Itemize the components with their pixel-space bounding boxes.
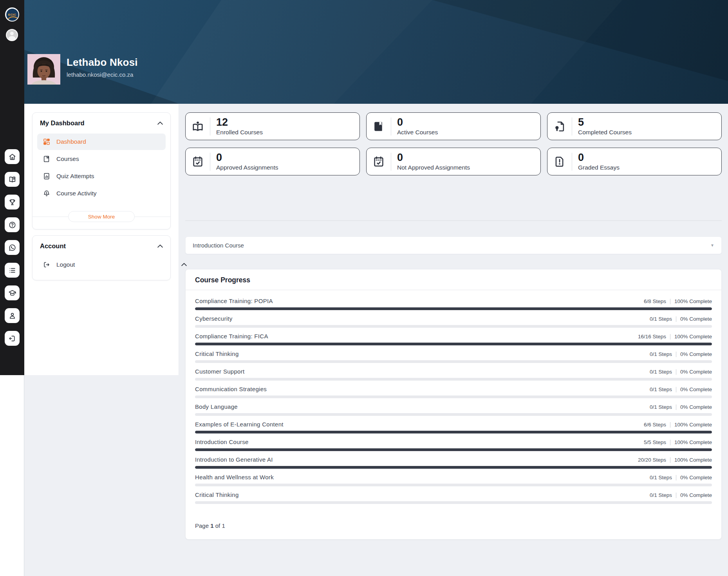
course-complete: 100% Complete bbox=[674, 457, 712, 463]
course-name[interactable]: Critical Thinking bbox=[195, 491, 239, 498]
stat-completed-courses[interactable]: 5 Completed Courses bbox=[547, 112, 722, 140]
sidebar-item-dashboard[interactable]: Dashboard bbox=[37, 134, 166, 150]
bell-alert-icon bbox=[43, 190, 51, 197]
stat-approved-assignments[interactable]: 0 Approved Assignments bbox=[185, 148, 360, 175]
stat-value: 5 bbox=[578, 117, 632, 128]
course-select-dropdown[interactable]: Introduction Course ▼ bbox=[185, 237, 722, 254]
sidebar-item-logout[interactable]: Logout bbox=[37, 256, 166, 273]
whatsapp-icon bbox=[8, 244, 16, 252]
course-name[interactable]: Communication Strategies bbox=[195, 386, 267, 392]
course-complete: 100% Complete bbox=[674, 334, 712, 339]
rail-trophy-button[interactable] bbox=[5, 195, 20, 209]
my-dashboard-card: My Dashboard Dashboard bbox=[32, 112, 171, 229]
course-complete: 0% Complete bbox=[680, 404, 712, 410]
person-reading-icon bbox=[191, 120, 204, 133]
show-more-button[interactable]: Show More bbox=[68, 211, 135, 222]
stat-active-courses[interactable]: 0 Active Courses bbox=[366, 112, 541, 140]
sidebar-item-quiz-attempts[interactable]: Quiz Attempts bbox=[37, 168, 166, 184]
sidebar-item-course-activity[interactable]: Course Activity bbox=[37, 185, 166, 202]
stat-enrolled-courses[interactable]: 12 Enrolled Courses bbox=[185, 112, 360, 140]
stat-not-approved-assignments[interactable]: 0 Not Approved Assignments bbox=[366, 148, 541, 175]
meta-divider bbox=[676, 493, 676, 498]
trophy-icon bbox=[8, 198, 16, 206]
ecic-logo-text: ECIC bbox=[8, 13, 16, 16]
course-name[interactable]: Critical Thinking bbox=[195, 350, 239, 357]
course-complete: 0% Complete bbox=[680, 386, 712, 392]
account-card: Account Logout bbox=[32, 235, 171, 280]
course-meta: 5/5 Steps 100% Complete bbox=[644, 439, 712, 445]
rail-logout-button[interactable] bbox=[5, 331, 20, 346]
avatar-placeholder-icon bbox=[7, 30, 17, 40]
course-steps: 0/1 Steps bbox=[650, 404, 672, 410]
chevron-up-icon[interactable] bbox=[157, 121, 163, 125]
progress-bar-track bbox=[195, 343, 712, 345]
course-name[interactable]: Cybersecurity bbox=[195, 315, 233, 322]
profile-photo bbox=[27, 54, 60, 85]
main-content: 12 Enrolled Courses 0 Active Courses bbox=[179, 104, 728, 576]
sidebar-section-title: My Dashboard bbox=[40, 119, 85, 127]
progress-bar-fill bbox=[195, 307, 712, 310]
book-open-icon bbox=[8, 175, 16, 184]
course-meta: 0/1 Steps 0% Complete bbox=[650, 404, 712, 410]
calendar-check-icon bbox=[191, 155, 204, 168]
progress-bar-fill bbox=[195, 431, 712, 433]
course-progress-row: Compliance Training: POPIA 6/8 Steps 100… bbox=[195, 298, 712, 310]
course-progress-row: Customer Support 0/1 Steps 0% Complete bbox=[195, 368, 712, 381]
progress-bar-track bbox=[195, 501, 712, 504]
section-divider bbox=[185, 220, 722, 221]
rail-graduation-button[interactable] bbox=[5, 285, 20, 300]
certificate-icon bbox=[553, 120, 566, 133]
course-steps: 0/1 Steps bbox=[650, 386, 672, 392]
calendar-check-icon bbox=[372, 155, 385, 168]
course-progress-row: Communication Strategies 0/1 Steps 0% Co… bbox=[195, 386, 712, 398]
stat-value: 0 bbox=[578, 152, 620, 163]
rail-profile-button[interactable] bbox=[5, 308, 20, 323]
divider bbox=[210, 117, 210, 135]
course-steps: 0/1 Steps bbox=[650, 369, 672, 375]
sidebar-item-label: Courses bbox=[56, 155, 79, 163]
profile-photo-image bbox=[27, 54, 60, 85]
progress-bar-track bbox=[195, 413, 712, 416]
rail-avatar[interactable] bbox=[6, 29, 18, 41]
rail-courses-button[interactable] bbox=[5, 172, 20, 187]
course-steps: 0/1 Steps bbox=[650, 351, 672, 357]
progress-bar-fill bbox=[195, 343, 712, 345]
course-name[interactable]: Compliance Training: FICA bbox=[195, 333, 268, 339]
course-complete: 100% Complete bbox=[674, 298, 712, 304]
progress-bar-fill bbox=[195, 466, 712, 469]
rail-help-button[interactable] bbox=[5, 217, 20, 232]
chevron-up-icon[interactable] bbox=[157, 244, 163, 248]
logout-icon bbox=[43, 261, 51, 269]
course-name[interactable]: Introduction Course bbox=[195, 439, 249, 445]
document-chart-icon bbox=[43, 172, 51, 180]
course-complete: 0% Complete bbox=[680, 316, 712, 322]
course-complete: 100% Complete bbox=[674, 422, 712, 428]
help-circle-icon bbox=[8, 221, 16, 229]
stat-value: 0 bbox=[397, 152, 470, 163]
course-name[interactable]: Body Language bbox=[195, 403, 238, 410]
icon-rail: ECIC bbox=[0, 0, 24, 375]
sidebar-item-label: Quiz Attempts bbox=[56, 173, 94, 180]
course-name[interactable]: Compliance Training: POPIA bbox=[195, 298, 273, 304]
course-steps: 5/5 Steps bbox=[644, 439, 666, 445]
course-name[interactable]: Health and Wellness at Work bbox=[195, 474, 274, 480]
rail-list-button[interactable] bbox=[5, 263, 20, 278]
ecic-logo[interactable]: ECIC bbox=[5, 7, 19, 22]
sidebar-item-label: Course Activity bbox=[56, 190, 97, 197]
stat-value: 12 bbox=[216, 117, 263, 128]
rail-whatsapp-button[interactable] bbox=[5, 240, 20, 255]
sidebar-item-courses[interactable]: Courses bbox=[37, 151, 166, 167]
course-name[interactable]: Customer Support bbox=[195, 368, 245, 375]
sidebar-item-label: Logout bbox=[56, 261, 75, 268]
course-progress-row: Critical Thinking 0/1 Steps 0% Complete bbox=[195, 350, 712, 363]
stat-graded-essays[interactable]: 0 Graded Essays bbox=[547, 148, 722, 175]
course-meta: 0/1 Steps 0% Complete bbox=[650, 316, 712, 322]
chevron-up-icon bbox=[181, 263, 187, 266]
course-progress-row: Examples of E-Learning Content 6/6 Steps… bbox=[195, 421, 712, 433]
lms-dashboard-page: ECIC bbox=[0, 0, 728, 576]
sidebar-section-title: Account bbox=[40, 242, 66, 250]
divider bbox=[210, 153, 210, 171]
course-name[interactable]: Examples of E-Learning Content bbox=[195, 421, 284, 428]
rail-home-button[interactable] bbox=[5, 149, 20, 164]
course-name[interactable]: Introduction to Generative AI bbox=[195, 456, 273, 463]
